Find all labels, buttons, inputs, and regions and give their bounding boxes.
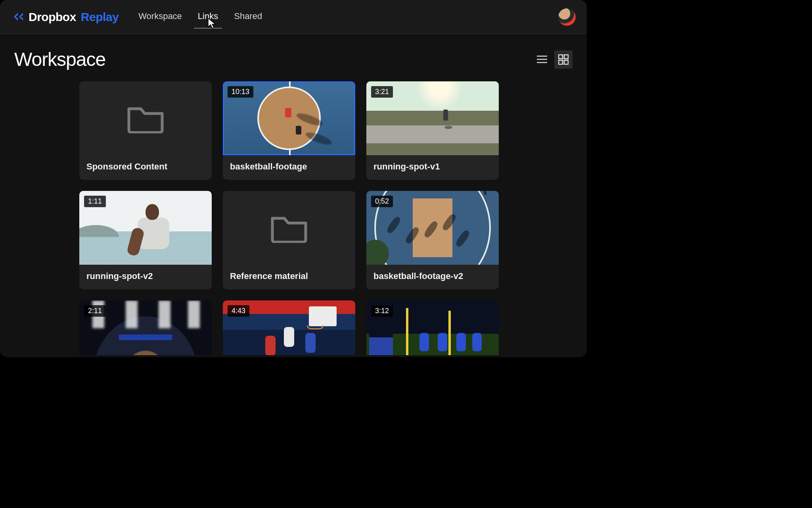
duration-badge: 1:11 (84, 196, 106, 207)
brand[interactable]: Dropbox Replay (11, 10, 119, 24)
svg-rect-2 (537, 62, 547, 63)
card-title: running-spot-v2 (79, 265, 212, 289)
brand-product: Replay (81, 10, 119, 24)
folder-thumbnail (223, 191, 355, 265)
video-thumbnail: 3:12 (366, 300, 499, 355)
svg-rect-5 (559, 60, 563, 64)
card-title: basketball-footage (223, 155, 355, 180)
video-card[interactable]: 1:11 running-spot-v2 (79, 191, 212, 289)
duration-badge: 2:11 (84, 305, 106, 317)
folder-card[interactable]: Reference material (223, 191, 355, 289)
nav-workspace[interactable]: Workspace (138, 11, 182, 23)
page-title: Workspace (14, 48, 105, 70)
nav-links-tab[interactable]: Links (198, 11, 218, 23)
duration-badge: 10:13 (228, 86, 253, 98)
video-card[interactable]: 3:12 (366, 300, 499, 355)
video-thumbnail: 0:52 (366, 191, 499, 265)
top-nav: Dropbox Replay Workspace Links Shared (0, 0, 587, 34)
video-thumbnail: 10:13 (223, 81, 355, 155)
page-header: Workspace (0, 34, 587, 81)
video-thumbnail: 1:11 (79, 191, 212, 265)
grid-icon (558, 54, 569, 65)
folder-thumbnail (79, 81, 212, 155)
svg-rect-0 (537, 56, 547, 57)
video-thumbnail: 3:21 (366, 81, 499, 155)
view-toggle (533, 50, 573, 69)
card-title: running-spot-v1 (366, 155, 499, 180)
nav-shared[interactable]: Shared (234, 11, 262, 23)
svg-rect-1 (537, 59, 547, 60)
card-title: basketball-footage-v2 (366, 265, 499, 289)
workspace-grid: Sponsored Content 10:13 basketball-foota… (79, 81, 587, 355)
folder-icon (270, 211, 308, 244)
svg-rect-3 (559, 55, 563, 59)
avatar[interactable] (558, 8, 576, 26)
nav-links: Workspace Links Shared (138, 11, 262, 23)
video-card[interactable]: 2:11 (79, 300, 212, 355)
video-card[interactable]: 3:21 running-spot-v1 (366, 81, 499, 180)
duration-badge: 0:52 (371, 196, 393, 207)
list-icon (536, 55, 548, 64)
video-card[interactable]: 0:52 basketball-footage-v2 (366, 191, 499, 289)
duration-badge: 4:43 (228, 305, 249, 317)
video-card[interactable]: 10:13 basketball-footage (223, 81, 355, 180)
video-card[interactable]: 4:43 (223, 300, 355, 355)
folder-icon (126, 102, 165, 135)
duration-badge: 3:21 (371, 86, 393, 98)
video-thumbnail: 2:11 (79, 300, 212, 355)
brand-name: Dropbox (29, 10, 76, 24)
svg-rect-4 (564, 55, 568, 59)
card-title: Reference material (223, 265, 355, 289)
video-thumbnail: 4:43 (223, 300, 355, 355)
duration-badge: 3:12 (371, 305, 393, 317)
dropbox-replay-logo-icon (11, 11, 25, 23)
grid-view-button[interactable] (554, 50, 573, 69)
folder-card[interactable]: Sponsored Content (79, 81, 212, 180)
list-view-button[interactable] (533, 50, 551, 69)
card-title: Sponsored Content (79, 155, 212, 180)
svg-rect-6 (564, 60, 568, 64)
